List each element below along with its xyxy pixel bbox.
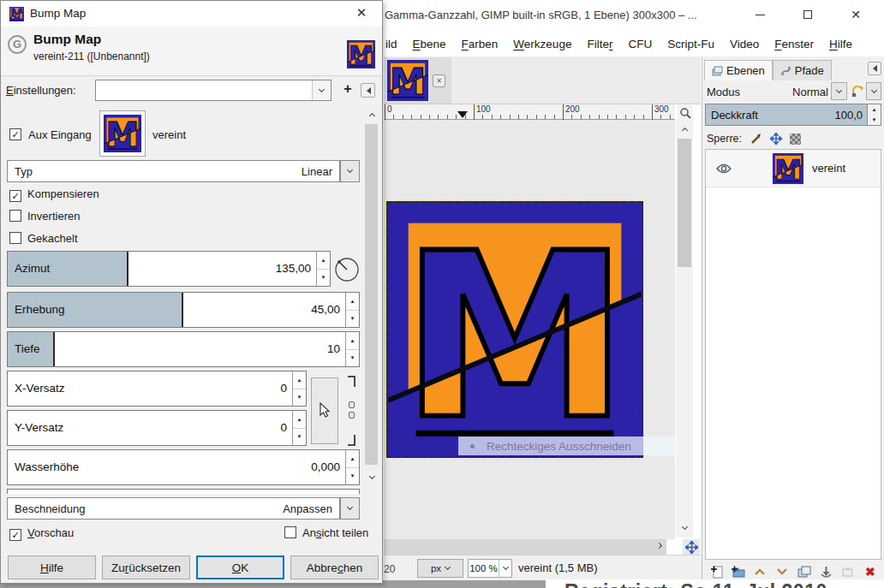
opacity-slider[interactable]: Deckkraft 100,0 — [705, 104, 868, 126]
menu-item-fenster[interactable]: Fenster — [767, 34, 821, 54]
tab-pfade[interactable]: Pfade — [773, 60, 832, 80]
menu-item-werkzeuge[interactable]: Werkzeuge — [505, 34, 579, 54]
spin-down-icon[interactable]: ▼ — [293, 389, 306, 407]
mode-extra-dropdown[interactable] — [866, 82, 881, 100]
horizontal-ruler[interactable]: 0 100 200 300 — [384, 104, 675, 120]
waterlevel-spinner[interactable]: ▲▼ — [345, 450, 359, 484]
azimuth-dial[interactable] — [333, 256, 361, 287]
mode-dropdown[interactable] — [831, 82, 847, 100]
scroll-up-icon[interactable] — [677, 122, 692, 137]
split-view-checkbox[interactable] — [284, 526, 296, 538]
invert-checkbox[interactable] — [9, 210, 21, 222]
ok-button[interactable]: OK — [196, 555, 284, 579]
depth-spinner[interactable]: ▲▼ — [345, 332, 359, 366]
spin-up-icon[interactable]: ▲ — [346, 293, 359, 310]
image-selection-marching-ants[interactable] — [386, 201, 643, 458]
mode-switch-button[interactable] — [851, 84, 864, 101]
clipping-combobox[interactable]: Beschneidung Anpassen — [7, 497, 340, 520]
minimize-button[interactable] — [740, 0, 779, 29]
spin-down-icon[interactable]: ▼ — [293, 429, 306, 446]
new-layer-button[interactable] — [708, 564, 724, 579]
dialog-titlebar[interactable]: Bump Map ✕ — [1, 1, 382, 27]
close-button[interactable]: ✕ — [836, 0, 875, 29]
menu-item-hilfe[interactable]: Hilfe — [821, 34, 860, 54]
spin-down-icon[interactable]: ▼ — [346, 311, 359, 328]
dock-menu-button[interactable] — [868, 62, 881, 75]
zoom-chevron[interactable] — [499, 560, 511, 577]
menu-item-filter[interactable]: Filter — [579, 34, 620, 54]
dialog-scrollbar[interactable] — [364, 105, 379, 487]
offset-pick-button[interactable] — [311, 377, 338, 444]
spin-up-icon[interactable]: ▲ — [346, 450, 359, 467]
presets-menu-button[interactable] — [361, 83, 375, 98]
visibility-eye-icon[interactable] — [716, 163, 732, 174]
vertical-scroll-thumb[interactable] — [678, 139, 691, 267]
layer-row-vereint[interactable]: vereint — [706, 150, 881, 187]
opacity-spinner[interactable]: ▲▼ — [868, 104, 881, 126]
canvas-vertical-scrollbar[interactable] — [676, 120, 693, 538]
depth-slider[interactable]: Tiefe 10 ▲▼ — [7, 331, 360, 367]
spin-up-icon[interactable]: ▲ — [293, 371, 306, 389]
presets-combobox[interactable] — [95, 80, 332, 101]
lock-position-move-icon[interactable] — [770, 133, 782, 145]
scroll-up-icon[interactable] — [364, 107, 379, 122]
tiled-checkbox-row[interactable]: Gekachelt — [9, 232, 78, 245]
raise-layer-button[interactable] — [752, 564, 768, 579]
menu-item-cfu[interactable]: CFU — [620, 34, 660, 54]
reset-button[interactable]: Zurücksetzen — [102, 555, 190, 579]
aux-checkbox[interactable]: ✓ — [9, 128, 21, 140]
split-view-checkbox-row[interactable]: Ansicht teilen — [284, 526, 368, 539]
layer-list[interactable]: vereint — [705, 149, 881, 560]
preview-checkbox[interactable]: ✓ — [9, 529, 21, 541]
dialog-scroll-thumb[interactable] — [365, 124, 378, 465]
spin-up-icon[interactable]: ▲ — [293, 411, 306, 428]
unit-dropdown[interactable]: px — [417, 559, 463, 578]
y-offset-field[interactable]: Y-Versatz 0 ▲▼ — [7, 410, 307, 446]
menu-item-script-fu[interactable]: Script-Fu — [660, 34, 722, 54]
offset-chain-toggle[interactable] — [345, 376, 356, 446]
menu-item-farben[interactable]: Farben — [454, 34, 506, 54]
zoom-follow-window-button[interactable] — [678, 105, 693, 120]
zoom-dropdown[interactable]: 100 % — [468, 559, 512, 578]
help-button[interactable]: Hilfe — [8, 555, 96, 579]
x-offset-field[interactable]: X-Versatz 0 ▲▼ — [7, 371, 307, 407]
lock-alpha-icon[interactable] — [790, 134, 801, 145]
lock-pixels-brush-icon[interactable] — [750, 133, 762, 145]
canvas-horizontal-scrollbar[interactable] — [384, 539, 666, 555]
anchor-layer-button[interactable] — [819, 564, 834, 579]
spin-up-icon[interactable]: ▲ — [346, 332, 359, 349]
delete-layer-button[interactable]: ✖ — [863, 564, 878, 579]
compensate-checkbox-row[interactable]: ✓Kompensieren — [9, 187, 99, 202]
merge-layer-button[interactable] — [840, 564, 856, 579]
spin-down-icon[interactable]: ▼ — [868, 115, 881, 125]
type-dropdown-button[interactable] — [340, 160, 360, 182]
spin-down-icon[interactable]: ▼ — [317, 270, 330, 287]
spin-down-icon[interactable]: ▼ — [346, 350, 359, 367]
dialog-close-button[interactable]: ✕ — [353, 5, 370, 21]
aux-thumbnail-button[interactable] — [99, 110, 146, 157]
type-combobox[interactable]: Typ Linear — [7, 160, 340, 182]
cancel-button[interactable]: Abbrechen — [290, 555, 379, 579]
scroll-right-icon[interactable] — [651, 539, 666, 555]
tab-ebenen[interactable]: Ebenen — [704, 60, 773, 80]
spin-down-icon[interactable]: ▼ — [346, 468, 359, 485]
duplicate-layer-button[interactable] — [797, 564, 812, 579]
new-group-button[interactable] — [731, 564, 746, 579]
menu-item-video[interactable]: Video — [722, 34, 767, 54]
elevation-slider[interactable]: Erhebung 45,00 ▲▼ — [7, 292, 360, 328]
compensate-checkbox[interactable]: ✓ — [9, 190, 21, 202]
spin-up-icon[interactable]: ▲ — [317, 252, 330, 269]
azimuth-spinner[interactable]: ▲▼ — [316, 252, 330, 286]
canvas-navigation-button[interactable] — [683, 539, 700, 555]
clipping-dropdown-button[interactable] — [340, 497, 360, 520]
waterlevel-slider[interactable]: Wasserhöhe 0,000 ▲▼ — [7, 449, 360, 485]
scroll-down-icon[interactable] — [677, 520, 692, 536]
menu-item-ebene[interactable]: Ebene — [405, 34, 454, 54]
elevation-spinner[interactable]: ▲▼ — [345, 293, 359, 327]
spin-up-icon[interactable]: ▲ — [868, 104, 881, 115]
lower-layer-button[interactable] — [774, 564, 790, 579]
image-canvas[interactable]: Rechteckiges Ausschneiden — [384, 120, 675, 539]
y-offset-spinner[interactable]: ▲▼ — [292, 411, 306, 445]
azimuth-slider[interactable]: Azimut 135,00 ▲▼ — [7, 251, 331, 287]
image-tab[interactable]: ✕ — [385, 57, 451, 104]
